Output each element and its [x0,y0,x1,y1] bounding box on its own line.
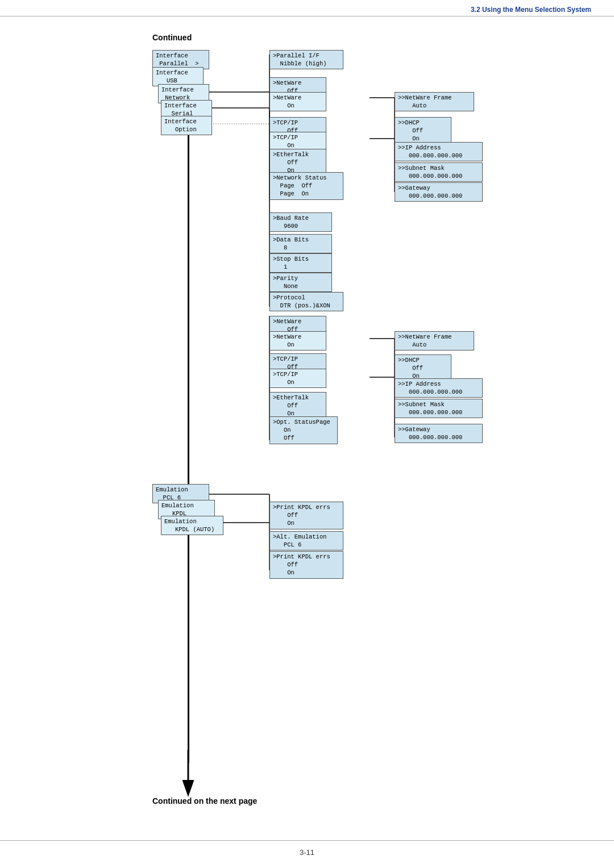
netware-frame2-box: >>NetWare Frame Auto [395,331,474,350]
netware-frame-box: >>NetWare Frame Auto [395,92,474,111]
opt-statuspage-box: >Opt. StatusPage On Off [269,416,338,444]
page-number: 3-11 [300,848,314,857]
stop-bits-box: >Stop Bits 1 [269,253,332,273]
ip-address-box: >>IP Address 000.000.000.000 [395,142,483,161]
dhcp-box: >>DHCP Off On [395,117,451,145]
subnet-mask-box: >>Subnet Mask 000.000.000.000 [395,162,483,182]
print-kpdl-errs2-box: >Print KPDL errs Off On [269,551,343,579]
emulation-kpdl-auto-box: Emulation KPDL (AUTO) [161,516,223,535]
main-vertical-line [188,50,189,763]
subnet-mask2-box: >>Subnet Mask 000.000.000.000 [395,399,483,418]
interface-option-box: Interface Option [161,116,212,135]
netware-on2-box: >NetWare On [269,331,326,350]
protocol-box: >Protocol DTR (pos.)&XON [269,292,343,311]
alt-emulation-box: >Alt. Emulation PCL 6 [269,531,343,550]
section-header: 3.2 Using the Menu Selection System [471,6,591,14]
print-kpdl-errs-box: >Print KPDL errs Off On [269,502,343,529]
baud-rate-box: >Baud Rate 9600 [269,212,332,232]
gateway-box: >>Gateway 000.000.000.000 [395,182,483,202]
continued-label: Continued [152,33,192,42]
parallel-if-box: >Parallel I/F Nibble (high) [269,50,343,69]
parity-box: >Parity None [269,273,332,292]
ip-address2-box: >>IP Address 000.000.000.000 [395,378,483,398]
bottom-rule [0,840,614,841]
ethertalk2-box: >EtherTalk Off On [269,392,326,420]
gateway2-box: >>Gateway 000.000.000.000 [395,424,483,443]
continued-next-label: Continued on the next page [152,796,257,806]
network-status-box: >Network Status Page Off Page On [269,172,343,200]
data-bits-box: >Data Bits 8 [269,234,332,253]
netware-on-box: >NetWare On [269,92,326,111]
tcpip-on2-box: >TCP/IP On [269,369,326,388]
top-rule [0,16,614,16]
